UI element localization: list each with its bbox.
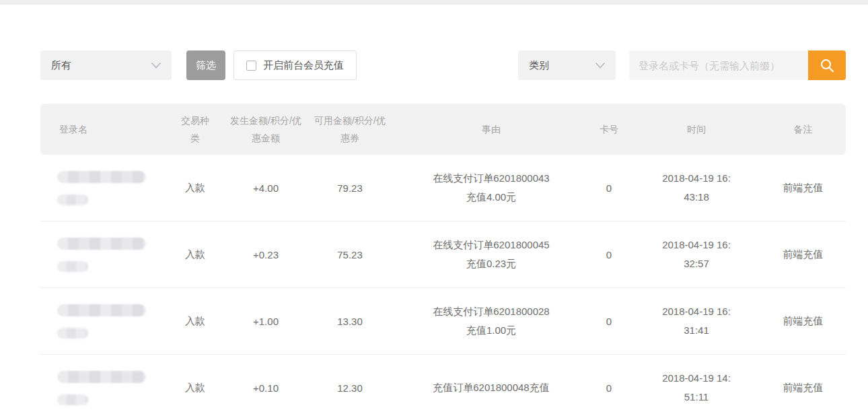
table-row: 入款 +0.10 12.30 充值订单6201800048充值 0 2018-0…	[40, 355, 846, 420]
front-recharge-checkbox[interactable]: 开启前台会员充值	[233, 50, 357, 80]
cell-available: 13.30	[303, 316, 397, 327]
search-bar	[629, 50, 846, 80]
header-transaction-type: 交易种 类	[161, 112, 229, 147]
chevron-down-icon	[595, 63, 605, 69]
checkbox-icon[interactable]	[246, 61, 256, 71]
cell-reason: 充值订单6201800048充值	[397, 378, 585, 397]
cell-note: 前端充值	[760, 248, 846, 261]
toolbar-right-group: 类别	[518, 50, 846, 80]
header-available: 可用金额/积分/优 惠券	[303, 112, 397, 147]
cell-time: 2018-04-19 16: 32:57	[632, 236, 760, 273]
cell-login-redacted	[40, 304, 161, 339]
search-button[interactable]	[808, 50, 846, 80]
toolbar: 所有 筛选 开启前台会员充值 类别	[40, 50, 846, 80]
cell-reason: 在线支付订单6201800043 充值4.00元	[397, 169, 585, 207]
front-recharge-checkbox-label: 开启前台会员充值	[263, 59, 344, 72]
redacted-login-mask	[57, 195, 88, 205]
redacted-login-mask	[57, 371, 146, 383]
category-select[interactable]: 类别	[518, 50, 616, 80]
cell-transaction-type: 入款	[161, 382, 229, 394]
cell-amount: +0.23	[229, 249, 303, 260]
scope-select-value: 所有	[51, 59, 71, 72]
cell-login-redacted	[40, 238, 161, 272]
transactions-table: 登录名 交易种 类 发生金额/积分/优 惠金额 可用金额/积分/优 惠券 事由 …	[40, 104, 846, 420]
cell-login-redacted	[40, 171, 161, 205]
table-row: 入款 +1.00 13.30 在线支付订单6201800028 充值1.00元 …	[40, 288, 846, 355]
cell-note: 前端充值	[760, 315, 846, 328]
header-time: 时间	[632, 120, 760, 138]
cell-note: 前端充值	[760, 182, 846, 195]
redacted-login-mask	[57, 238, 146, 250]
header-note: 备注	[760, 120, 846, 138]
category-select-value: 类别	[529, 59, 549, 72]
cell-reason: 在线支付订单6201800028 充值1.00元	[397, 302, 585, 340]
redacted-login-mask	[57, 261, 88, 272]
cell-available: 75.23	[303, 249, 397, 260]
cell-amount: +0.10	[229, 382, 303, 394]
table-row: 入款 +0.23 75.23 在线支付订单6201800045 充值0.23元 …	[40, 221, 846, 288]
table-row: 入款 +4.00 79.23 在线支付订单6201800043 充值4.00元 …	[40, 155, 846, 221]
scope-select[interactable]: 所有	[40, 50, 172, 80]
cell-transaction-type: 入款	[161, 315, 229, 328]
redacted-login-mask	[57, 394, 88, 405]
redacted-login-mask	[57, 328, 88, 339]
cell-transaction-type: 入款	[161, 248, 229, 261]
table-header-row: 登录名 交易种 类 发生金额/积分/优 惠金额 可用金额/积分/优 惠券 事由 …	[40, 104, 846, 155]
cell-card-number: 0	[585, 382, 632, 394]
redacted-login-mask	[57, 171, 146, 183]
cell-reason: 在线支付订单6201800045 充值0.23元	[397, 236, 585, 273]
cell-available: 12.30	[303, 382, 397, 394]
header-amount: 发生金额/积分/优 惠金额	[229, 112, 303, 147]
cell-card-number: 0	[585, 249, 632, 260]
cell-card-number: 0	[585, 182, 632, 194]
search-input[interactable]	[629, 50, 808, 80]
top-divider-strip	[0, 0, 868, 5]
cell-amount: +1.00	[229, 316, 303, 327]
redacted-login-mask	[57, 304, 146, 316]
cell-card-number: 0	[585, 316, 632, 327]
cell-available: 79.23	[303, 182, 397, 194]
filter-button[interactable]: 筛选	[186, 50, 225, 80]
cell-note: 前端充值	[760, 382, 846, 394]
header-login: 登录名	[40, 120, 161, 138]
search-icon	[819, 57, 835, 73]
cell-time: 2018-04-19 16: 43:18	[632, 169, 760, 207]
cell-transaction-type: 入款	[161, 182, 229, 195]
header-card-number: 卡号	[585, 120, 632, 138]
chevron-down-icon	[151, 63, 161, 69]
cell-time: 2018-04-19 14: 51:11	[632, 369, 760, 407]
header-reason: 事由	[397, 120, 585, 138]
cell-amount: +4.00	[229, 182, 303, 194]
cell-login-redacted	[40, 371, 161, 405]
cell-time: 2018-04-19 16: 31:41	[632, 302, 760, 340]
